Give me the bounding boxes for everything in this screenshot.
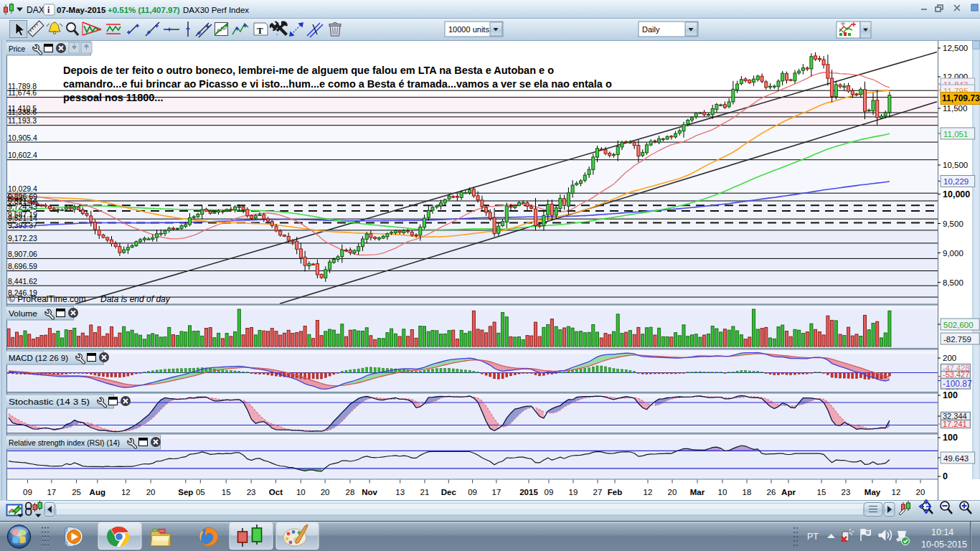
svg-text:Apr: Apr <box>781 488 796 496</box>
svg-text:Stochastic (14 3 5): Stochastic (14 3 5) <box>9 397 90 406</box>
svg-text:12: 12 <box>644 488 653 496</box>
svg-text:Depois de ter feito o outro bo: Depois de ter feito o outro boneco, lemb… <box>63 65 554 76</box>
svg-text:28: 28 <box>346 488 355 496</box>
svg-text:8,500: 8,500 <box>943 278 963 287</box>
svg-text:© ProRealTime.com: © ProRealTime.com <box>9 294 86 304</box>
svg-text:10-05-2015: 10-05-2015 <box>921 540 967 550</box>
svg-text:17.241: 17.241 <box>943 420 967 428</box>
svg-text:Aug: Aug <box>90 488 105 496</box>
svg-text:49.643: 49.643 <box>943 454 969 463</box>
svg-text:27: 27 <box>593 488 603 496</box>
svg-text:8,907.06: 8,907.06 <box>8 250 37 258</box>
svg-text:19: 19 <box>569 488 578 496</box>
svg-text:Nov: Nov <box>362 488 377 496</box>
svg-text:12: 12 <box>892 488 901 496</box>
svg-text:Price: Price <box>9 44 25 53</box>
svg-text:07-May-2015: 07-May-2015 <box>57 6 106 14</box>
svg-text:23: 23 <box>842 488 851 496</box>
svg-text:09: 09 <box>468 488 477 496</box>
svg-text:200: 200 <box>943 354 956 362</box>
svg-text:Data is end of day: Data is end of day <box>100 294 171 304</box>
svg-text:10: 10 <box>718 488 727 496</box>
svg-text:25: 25 <box>72 488 81 496</box>
svg-text:10:14: 10:14 <box>931 527 953 537</box>
svg-text:DAX: DAX <box>27 5 44 15</box>
svg-text:11,674.6: 11,674.6 <box>8 88 37 97</box>
svg-text:Relative strength index (RSI): Relative strength index (RSI) (14) <box>9 438 120 447</box>
svg-text:10,000: 10,000 <box>943 189 970 199</box>
svg-text:Oct: Oct <box>269 488 283 496</box>
svg-text:12,500: 12,500 <box>943 44 968 52</box>
svg-text:Feb: Feb <box>608 488 622 496</box>
svg-text:8,441.62: 8,441.62 <box>8 277 37 286</box>
svg-text:100: 100 <box>943 433 958 443</box>
svg-text:10000 units: 10000 units <box>448 25 489 34</box>
svg-text:+0.51% (11,407.97): +0.51% (11,407.97) <box>108 6 180 14</box>
svg-text:T: T <box>257 25 263 36</box>
svg-text:-100.87: -100.87 <box>943 379 972 389</box>
svg-text:8,696.59: 8,696.59 <box>8 262 37 270</box>
svg-text:21: 21 <box>420 488 430 496</box>
svg-text:Sep: Sep <box>178 488 193 496</box>
svg-text:18: 18 <box>743 488 752 496</box>
svg-text:26: 26 <box>767 488 776 496</box>
svg-text:13: 13 <box>395 488 405 496</box>
svg-text:11,500: 11,500 <box>943 104 967 113</box>
svg-text:pessoal nos 11800...: pessoal nos 11800... <box>63 92 163 103</box>
svg-text:17: 17 <box>47 488 56 496</box>
svg-text:05: 05 <box>196 488 205 496</box>
svg-text:11,193.3: 11,193.3 <box>8 116 37 125</box>
svg-text:10: 10 <box>296 488 306 496</box>
svg-text:9,500: 9,500 <box>943 220 963 228</box>
svg-text:09: 09 <box>545 488 554 496</box>
svg-text:DAX30 Perf Index: DAX30 Perf Index <box>183 6 249 14</box>
svg-text:May: May <box>864 488 881 496</box>
svg-text:20: 20 <box>146 488 156 496</box>
svg-text:9,000: 9,000 <box>943 249 963 258</box>
svg-text:10,229: 10,229 <box>943 177 969 186</box>
svg-text:9,172.23: 9,172.23 <box>8 234 37 242</box>
svg-text:10,905.4: 10,905.4 <box>8 133 37 142</box>
svg-text:-53.427: -53.427 <box>943 370 969 379</box>
svg-text:100: 100 <box>943 390 958 400</box>
svg-text:MACD (12 26 9): MACD (12 26 9) <box>9 354 68 362</box>
svg-text:11,709.73: 11,709.73 <box>942 93 980 103</box>
svg-text:Mar: Mar <box>690 488 705 496</box>
svg-text:23: 23 <box>247 488 256 496</box>
svg-text:09: 09 <box>23 488 32 496</box>
svg-text:20: 20 <box>321 488 330 496</box>
svg-text:-82.759: -82.759 <box>943 335 971 344</box>
svg-text:Volume: Volume <box>9 309 37 318</box>
svg-text:11,338.6: 11,338.6 <box>8 108 37 116</box>
svg-text:camandro...e fui brincar ao Pi: camandro...e fui brincar ao Picasso e vi… <box>63 78 612 90</box>
svg-text:502,600: 502,600 <box>943 321 974 329</box>
svg-text:11,051: 11,051 <box>943 130 968 138</box>
svg-text:12: 12 <box>121 488 131 496</box>
svg-text:PT: PT <box>807 532 819 542</box>
svg-text:17: 17 <box>492 488 501 496</box>
svg-text:10,500: 10,500 <box>943 161 968 169</box>
svg-text:9,393.37: 9,393.37 <box>8 221 37 230</box>
svg-text:0: 0 <box>943 471 948 481</box>
svg-text:20: 20 <box>916 488 925 496</box>
svg-text:15: 15 <box>222 488 231 496</box>
svg-text:15: 15 <box>817 488 826 496</box>
svg-text:10,602.4: 10,602.4 <box>8 151 37 159</box>
svg-text:2015: 2015 <box>519 488 538 496</box>
svg-text:Dec: Dec <box>441 488 457 496</box>
svg-text:9,724.43: 9,724.43 <box>8 202 37 211</box>
svg-text:20: 20 <box>668 488 677 496</box>
svg-text:Daily: Daily <box>642 25 660 34</box>
